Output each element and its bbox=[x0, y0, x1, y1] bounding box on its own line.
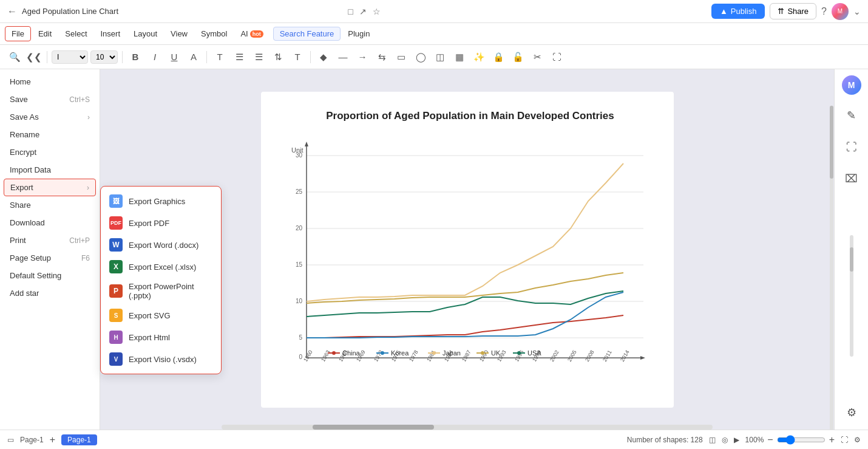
export-svg-item[interactable]: S Export SVG bbox=[101, 304, 221, 326]
menu-item-default-setting[interactable]: Default Setting bbox=[0, 267, 100, 284]
main-layout: Home Save Ctrl+S Save As › Rename Encryp… bbox=[0, 69, 868, 430]
font-family-select[interactable]: I bbox=[52, 50, 88, 64]
align-center-icon[interactable]: ☰ bbox=[231, 49, 248, 66]
svg-text:Japan: Japan bbox=[442, 349, 461, 357]
menu-ai[interactable]: AI hot bbox=[234, 27, 269, 41]
arrow-line-icon[interactable]: → bbox=[354, 49, 371, 66]
right-panel-settings-icon[interactable]: ⚙ bbox=[841, 402, 863, 423]
help-icon[interactable]: ? bbox=[821, 6, 827, 17]
page-tab[interactable]: Page-1 bbox=[61, 434, 97, 445]
export-submenu: 🖼 Export Graphics PDF Export PDF W Expor… bbox=[100, 186, 222, 374]
fullscreen-button[interactable]: ⛶ bbox=[841, 436, 848, 444]
menu-item-print[interactable]: Print Ctrl+P bbox=[0, 231, 100, 249]
focus-icon[interactable]: ◎ bbox=[722, 436, 728, 444]
scrollbar-thumb[interactable] bbox=[830, 106, 833, 179]
settings-status-icon[interactable]: ⚙ bbox=[854, 436, 861, 444]
svg-point-37 bbox=[332, 351, 336, 355]
text-T-icon[interactable]: T bbox=[289, 49, 306, 66]
menu-item-share[interactable]: Share bbox=[0, 196, 100, 214]
menu-item-encrypt[interactable]: Encrypt bbox=[0, 143, 100, 161]
menu-select[interactable]: Select bbox=[59, 27, 93, 41]
menu-file[interactable]: File bbox=[5, 26, 31, 41]
bold-icon[interactable]: B bbox=[127, 49, 144, 66]
connector-icon[interactable]: ⇆ bbox=[373, 49, 390, 66]
font-size-select[interactable]: 10 bbox=[90, 50, 118, 64]
add-page-button[interactable]: + bbox=[50, 434, 55, 445]
publish-button[interactable]: ▲ Publish bbox=[711, 4, 765, 19]
menu-bar: File Edit Select Insert Layout View Symb… bbox=[0, 23, 868, 45]
export-html-item[interactable]: H Export Html bbox=[101, 326, 221, 348]
menu-symbol[interactable]: Symbol bbox=[195, 27, 233, 41]
group-icon[interactable]: ◫ bbox=[432, 49, 449, 66]
cut-icon[interactable]: ✂ bbox=[529, 49, 546, 66]
font-color-icon[interactable]: A bbox=[185, 49, 202, 66]
scrollbar-track bbox=[830, 106, 833, 430]
rect-icon[interactable]: ▭ bbox=[393, 49, 410, 66]
zoom-out-button[interactable]: − bbox=[767, 434, 773, 445]
right-panel-grid-icon[interactable]: ⌧ bbox=[841, 168, 863, 190]
horizontal-scrollbar[interactable] bbox=[100, 425, 834, 430]
menu-edit[interactable]: Edit bbox=[32, 27, 58, 41]
table-icon[interactable]: ▦ bbox=[451, 49, 468, 66]
text-style-icon[interactable]: T bbox=[211, 49, 228, 66]
collapse-icon[interactable]: ❮❮ bbox=[25, 49, 42, 66]
export-pdf-item[interactable]: PDF Export PDF bbox=[101, 212, 221, 234]
menu-plugin[interactable]: Plugin bbox=[342, 27, 376, 41]
export-word-item[interactable]: W Export Word (.docx) bbox=[101, 234, 221, 256]
menu-item-import-data[interactable]: Import Data bbox=[0, 161, 100, 179]
h-scrollbar-thumb[interactable] bbox=[313, 425, 434, 430]
line-icon[interactable]: — bbox=[334, 49, 351, 66]
chart-container: Proportion of Aged Population in Main De… bbox=[261, 92, 674, 408]
menu-item-page-setup[interactable]: Page Setup F6 bbox=[0, 249, 100, 267]
menu-item-save[interactable]: Save Ctrl+S bbox=[0, 91, 100, 108]
vertical-scrollbar[interactable] bbox=[829, 69, 834, 430]
zoom-in-button[interactable]: + bbox=[829, 434, 835, 445]
export-excel-item[interactable]: X Export Excel (.xlsx) bbox=[101, 256, 221, 278]
fullscreen-icon[interactable]: ⛶ bbox=[548, 49, 565, 66]
zoom-slider[interactable] bbox=[777, 435, 826, 445]
layers-icon[interactable]: ◫ bbox=[709, 436, 716, 444]
ellipse-icon[interactable]: ◯ bbox=[412, 49, 429, 66]
save-icon[interactable]: □ bbox=[348, 7, 353, 16]
export-graphics-item[interactable]: 🖼 Export Graphics bbox=[101, 190, 221, 212]
svg-text:20: 20 bbox=[295, 225, 302, 231]
share-link-icon[interactable]: ↗ bbox=[359, 7, 367, 16]
right-panel-layers-icon[interactable]: ⛶ bbox=[841, 136, 863, 158]
menu-item-download[interactable]: Download bbox=[0, 214, 100, 231]
user-avatar[interactable]: M bbox=[832, 3, 849, 20]
play-icon[interactable]: ▶ bbox=[734, 436, 739, 444]
text-direction-icon[interactable]: ⇅ bbox=[270, 49, 287, 66]
right-panel-scrollbar[interactable] bbox=[850, 235, 853, 357]
shape-icon[interactable]: ◆ bbox=[315, 49, 332, 66]
menu-layout[interactable]: Layout bbox=[127, 27, 163, 41]
lock-icon[interactable]: 🔒 bbox=[490, 49, 507, 66]
unlock-icon[interactable]: 🔓 bbox=[509, 49, 526, 66]
file-menu-sidebar: Home Save Ctrl+S Save As › Rename Encryp… bbox=[0, 69, 100, 430]
export-visio-item[interactable]: V Export Visio (.vsdx) bbox=[101, 348, 221, 370]
share-button[interactable]: ⇈ Share bbox=[770, 3, 816, 19]
status-right: Number of shapes: 128 ◫ ◎ ▶ 100% − + ⛶ ⚙ bbox=[627, 434, 861, 445]
chart-title: Proportion of Aged Population in Main De… bbox=[291, 110, 649, 122]
search-toolbar-icon[interactable]: 🔍 bbox=[6, 49, 23, 66]
menu-item-export[interactable]: Export › bbox=[4, 179, 96, 196]
underline-icon[interactable]: U bbox=[166, 49, 183, 66]
italic-icon[interactable]: I bbox=[146, 49, 163, 66]
right-panel-edit-icon[interactable]: ✎ bbox=[841, 105, 863, 126]
menu-search-feature[interactable]: Search Feature bbox=[273, 27, 341, 41]
right-panel-scrollbar-thumb[interactable] bbox=[850, 247, 853, 272]
menu-item-home[interactable]: Home bbox=[0, 73, 100, 91]
align-icon[interactable]: ☰ bbox=[250, 49, 267, 66]
back-icon[interactable]: ← bbox=[7, 6, 17, 17]
star-icon[interactable]: ☆ bbox=[373, 7, 381, 16]
star-toolbar-icon[interactable]: ✨ bbox=[470, 49, 487, 66]
menu-item-save-as[interactable]: Save As › bbox=[0, 108, 100, 126]
menu-item-add-star[interactable]: Add star bbox=[0, 284, 100, 302]
export-ppt-item[interactable]: P Export PowerPoint (.pptx) bbox=[101, 278, 221, 304]
svg-point-46 bbox=[481, 351, 484, 355]
menu-item-rename[interactable]: Rename bbox=[0, 126, 100, 143]
menu-view[interactable]: View bbox=[164, 27, 194, 41]
menu-insert[interactable]: Insert bbox=[95, 27, 127, 41]
chevron-down-icon[interactable]: ⌄ bbox=[853, 7, 861, 16]
svg-text:30: 30 bbox=[295, 152, 302, 159]
uk-line bbox=[307, 273, 623, 303]
